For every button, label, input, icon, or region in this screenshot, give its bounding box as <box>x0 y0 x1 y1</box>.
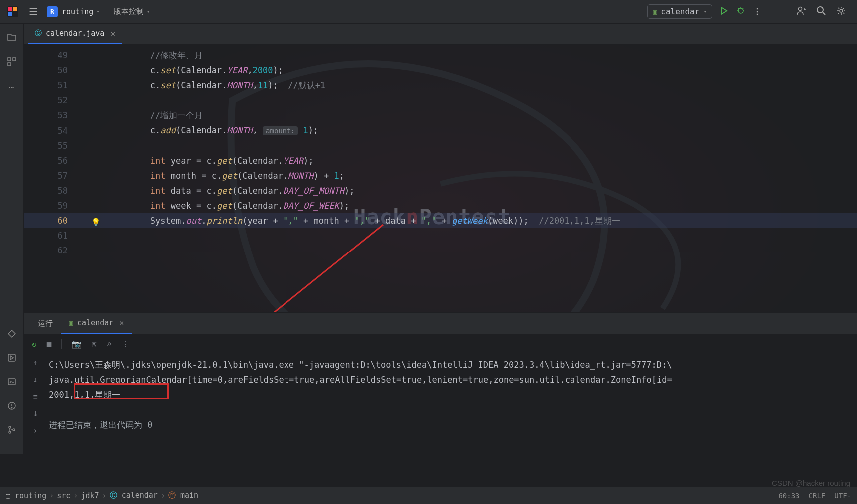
corner-watermark: CSDN @hacker routing <box>772 479 850 487</box>
run-configuration[interactable]: ▣ calendar ▾ <box>647 4 712 19</box>
svg-rect-18 <box>13 58 16 61</box>
line-number: 58 <box>24 183 89 198</box>
structure-icon[interactable] <box>7 57 17 69</box>
line-number: 59 <box>24 198 89 213</box>
close-icon[interactable]: ✕ <box>110 29 115 38</box>
scroll-icon[interactable]: ⤓ <box>32 409 39 418</box>
more-icon[interactable]: ⋯ <box>9 82 14 92</box>
down-icon[interactable]: ↓ <box>33 375 37 384</box>
terminal-icon: ▣ <box>653 8 657 16</box>
crumb-item[interactable]: src <box>57 491 70 500</box>
svg-point-28 <box>13 429 15 431</box>
run-tab[interactable]: 运行 <box>30 313 61 334</box>
run-button[interactable] <box>719 6 728 17</box>
console-line: java.util.GregorianCalendar[time=0,areFi… <box>49 372 855 387</box>
bulb-icon[interactable]: 💡 <box>91 215 101 230</box>
encoding[interactable]: UTF- <box>834 492 851 500</box>
expand-icon[interactable]: › <box>33 426 37 435</box>
line-number: 51 <box>24 78 89 93</box>
line-number: 56 <box>24 153 89 168</box>
wrap-icon[interactable]: ≡ <box>33 392 37 401</box>
line-number: 50 <box>24 63 89 78</box>
svg-rect-2 <box>13 7 17 11</box>
line-sep[interactable]: CRLF <box>809 492 826 500</box>
console-line: 进程已结束，退出代码为 0 <box>49 417 855 432</box>
stop-icon[interactable]: ■ <box>47 339 52 349</box>
chevron-down-icon[interactable]: ▾ <box>147 8 150 15</box>
line-number: 62 <box>24 243 89 258</box>
line-number: 55 <box>24 138 89 153</box>
run-config-name: calendar <box>661 7 699 16</box>
filter-icon[interactable]: ⌕ <box>107 339 112 349</box>
line-number: 49 <box>24 48 89 63</box>
console-toolbar: ↻ ■ 📷 ⇱ ⌕ ⋮ <box>24 334 857 354</box>
search-icon[interactable] <box>816 6 826 18</box>
up-icon[interactable]: ↑ <box>33 358 37 367</box>
camera-icon[interactable]: 📷 <box>72 339 82 349</box>
line-number: 60💡 <box>24 213 89 228</box>
chevron-down-icon[interactable]: ▾ <box>96 8 100 15</box>
project-badge: R <box>47 6 58 17</box>
console-gutter: ↑ ↓ ≡ ⤓ › <box>24 354 47 454</box>
code-editor[interactable]: HacknPentest 49 //修改年、月 50 c.set(Calenda… <box>24 45 857 312</box>
svg-line-15 <box>823 12 825 15</box>
project-name[interactable]: routing <box>62 7 93 16</box>
file-tab[interactable]: Ⓒ calendar.java ✕ <box>28 24 122 44</box>
console-line: C:\Users\王森明\.jdks\openjdk-21.0.1\bin\ja… <box>49 357 855 372</box>
run-tool-icon[interactable] <box>7 353 16 364</box>
folder-icon[interactable] <box>7 32 17 44</box>
titlebar: ☰ R routing ▾ 版本控制 ▾ ▣ calendar ▾ ⋮ <box>0 0 857 24</box>
cursor-position: 60:33 <box>778 492 799 500</box>
line-number: 57 <box>24 168 89 183</box>
svg-point-11 <box>799 7 802 10</box>
chevron-down-icon: ▾ <box>703 8 707 15</box>
vcs-icon[interactable] <box>7 425 16 436</box>
console-output[interactable]: C:\Users\王森明\.jdks\openjdk-21.0.1\bin\ja… <box>47 354 857 454</box>
class-icon: Ⓒ <box>35 29 42 38</box>
svg-point-16 <box>840 9 843 12</box>
close-icon[interactable]: ✕ <box>119 318 124 327</box>
vcs-menu[interactable]: 版本控制 <box>114 7 144 16</box>
svg-rect-19 <box>8 63 11 66</box>
svg-point-14 <box>817 7 823 13</box>
line-number: 61 <box>24 228 89 243</box>
problems-icon[interactable] <box>7 401 16 412</box>
export-icon[interactable]: ⇱ <box>92 339 97 349</box>
console-tab-active[interactable]: ▣ calendar ✕ <box>61 313 132 334</box>
svg-rect-4 <box>13 12 17 16</box>
file-tab-name: calendar.java <box>46 29 104 38</box>
svg-point-26 <box>9 426 11 428</box>
more-icon[interactable]: ⋮ <box>122 339 130 349</box>
breadcrumb[interactable]: ▢ routing › src › jdk7 › Ⓒ calendar › ⓜ … <box>6 491 198 500</box>
rerun-icon[interactable]: ↻ <box>32 339 37 349</box>
svg-marker-20 <box>8 330 15 337</box>
svg-point-27 <box>9 431 11 433</box>
user-add-icon[interactable] <box>796 6 806 18</box>
debug-button[interactable] <box>736 6 745 17</box>
line-number: 54 <box>24 123 89 138</box>
more-button[interactable]: ⋮ <box>753 7 761 16</box>
hamburger-icon[interactable]: ☰ <box>29 6 38 18</box>
services-icon[interactable] <box>7 329 16 340</box>
svg-rect-3 <box>8 12 12 16</box>
svg-rect-1 <box>8 7 12 11</box>
svg-point-25 <box>11 407 12 408</box>
svg-rect-17 <box>8 58 11 61</box>
terminal-tool-icon[interactable] <box>7 377 16 388</box>
crumb-item[interactable]: Ⓒ calendar <box>110 491 158 500</box>
left-sidebar: ⋯ <box>0 24 24 454</box>
crumb-item[interactable]: ⓜ main <box>168 491 198 500</box>
app-logo <box>6 5 20 19</box>
terminal-icon: ▣ <box>69 318 73 327</box>
gear-icon[interactable] <box>836 6 846 18</box>
console-tabs: 运行 ▣ calendar ✕ <box>24 312 857 334</box>
svg-rect-21 <box>8 354 15 361</box>
line-number: 52 <box>24 93 89 108</box>
status-bar: ▢ routing › src › jdk7 › Ⓒ calendar › ⓜ … <box>0 486 857 504</box>
crumb-item[interactable]: jdk7 <box>81 491 99 500</box>
line-number: 53 <box>24 108 89 123</box>
editor-tabs: Ⓒ calendar.java ✕ <box>24 24 857 45</box>
crumb-item[interactable]: ▢ routing <box>6 491 46 500</box>
highlight-box <box>74 383 169 399</box>
console-line: 2001,1,1,星期一 <box>49 387 855 402</box>
